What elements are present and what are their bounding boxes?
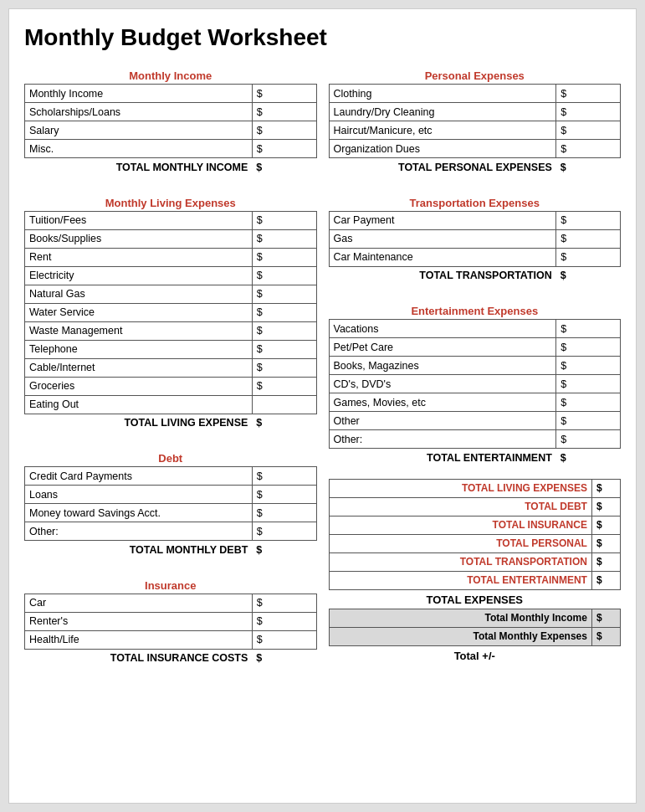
row-value: $	[252, 85, 316, 103]
row-label: Loans	[25, 486, 253, 504]
row-label: Car Maintenance	[329, 248, 556, 266]
row-label: Misc.	[25, 140, 253, 158]
summary-row-label: TOTAL ENTERTAINMENT	[329, 571, 591, 589]
table-row: Cable/Internet$	[25, 358, 317, 377]
row-value: $	[252, 594, 316, 612]
insurance-total-row: TOTAL INSURANCE COSTS $	[25, 649, 317, 667]
table-row: Natural Gas$	[25, 285, 317, 303]
table-row: Rent$	[25, 248, 317, 266]
summary-row-label: TOTAL DEBT	[329, 497, 591, 516]
summary-row-value: $	[591, 534, 620, 552]
row-value: $	[556, 393, 621, 412]
summary-row-label: TOTAL TRANSPORTATION	[329, 552, 591, 571]
row-label: Car	[25, 594, 253, 612]
row-value: $	[556, 412, 621, 430]
living-total-label: TOTAL LIVING EXPENSE	[25, 414, 253, 432]
table-row: Loans$	[25, 486, 317, 504]
summary-table: TOTAL LIVING EXPENSES$TOTAL DEBT$TOTAL I…	[329, 479, 622, 665]
table-row: Tuition/Fees$	[25, 211, 317, 229]
table-row: Waste Management$	[25, 321, 317, 340]
income-table: Monthly Income$Scholarships/Loans$Salary…	[24, 84, 317, 177]
left-column: Monthly Income Monthly Income$Scholarshi…	[24, 61, 317, 667]
summary-row-value: $	[591, 516, 620, 534]
table-row: Money toward Savings Acct.$	[25, 504, 317, 522]
row-label: Haircut/Manicure, etc	[329, 121, 556, 140]
living-table: Tuition/Fees$Books/Supplies$Rent$Electri…	[24, 211, 317, 433]
insurance-total-label: TOTAL INSURANCE COSTS	[25, 649, 253, 667]
row-value: $	[252, 630, 316, 649]
entertainment-section-title: Entertainment Expenses	[329, 305, 622, 317]
row-value: $	[556, 211, 621, 229]
personal-section-title: Personal Expenses	[329, 69, 622, 82]
row-value: $	[252, 303, 316, 321]
monthly-expenses-row: Total Monthly Expenses $	[329, 627, 621, 645]
row-label: Telephone	[25, 340, 253, 358]
table-row: Telephone$	[25, 340, 317, 358]
table-row: Gas$	[329, 229, 621, 248]
monthly-income-value: $	[591, 609, 620, 627]
table-row: Other:$	[25, 522, 317, 541]
summary-row-label: TOTAL LIVING EXPENSES	[329, 479, 591, 497]
summary-row-value: $	[591, 571, 620, 589]
table-row: Health/Life$	[25, 630, 317, 649]
table-row: Credit Card Payments$	[25, 467, 317, 486]
row-label: Natural Gas	[25, 285, 253, 303]
transportation-section-title: Transportation Expenses	[329, 197, 622, 209]
row-label: Tuition/Fees	[25, 211, 253, 229]
transportation-total-value: $	[556, 266, 621, 285]
table-row: Haircut/Manicure, etc$	[329, 121, 621, 140]
summary-row: TOTAL TRANSPORTATION$	[329, 552, 621, 571]
entertainment-total-row: TOTAL ENTERTAINMENT $	[329, 449, 621, 467]
transportation-total-label: TOTAL TRANSPORTATION	[329, 266, 556, 285]
personal-total-label: TOTAL PERSONAL EXPENSES	[329, 158, 556, 177]
row-value: $	[556, 248, 621, 266]
table-row: Renter's$	[25, 612, 317, 630]
entertainment-table: Vacations$Pet/Pet Care$Books, Magazines$…	[329, 319, 622, 467]
insurance-table: Car$Renter's$Health/Life$ TOTAL INSURANC…	[24, 594, 317, 668]
row-label: Books, Magazines	[329, 357, 556, 375]
row-label: Money toward Savings Acct.	[25, 504, 253, 522]
income-total-row: TOTAL MONTHLY INCOME $	[25, 158, 317, 177]
summary-row: TOTAL INSURANCE$	[329, 516, 621, 534]
living-total-value: $	[252, 414, 316, 432]
row-value: $	[252, 467, 316, 486]
row-label: Other:	[25, 522, 253, 541]
row-value: $	[252, 211, 316, 229]
row-value: $	[252, 266, 316, 285]
row-value: $	[252, 504, 316, 522]
row-label: Other:	[329, 430, 556, 449]
row-value: $	[252, 321, 316, 340]
row-label: Books/Supplies	[25, 229, 253, 248]
row-value: $	[556, 430, 621, 449]
row-value: $	[556, 375, 621, 393]
table-row: Car Payment$	[329, 211, 621, 229]
debt-total-value: $	[252, 541, 316, 559]
table-row: Car$	[25, 594, 317, 612]
row-value: $	[252, 121, 316, 140]
transportation-table: Car Payment$Gas$Car Maintenance$ TOTAL T…	[329, 211, 622, 285]
table-row: Clothing$	[329, 85, 621, 103]
row-label: Electricity	[25, 266, 253, 285]
table-row: Groceries$	[25, 377, 317, 395]
row-value: $	[556, 121, 621, 140]
row-value: $	[556, 229, 621, 248]
row-value: $	[252, 377, 316, 395]
table-row: Eating Out	[25, 395, 317, 414]
row-value: $	[556, 338, 621, 357]
row-label: Cable/Internet	[25, 358, 253, 377]
monthly-expenses-label: Total Monthly Expenses	[329, 627, 591, 645]
row-label: CD's, DVD's	[329, 375, 556, 393]
debt-table: Credit Card Payments$Loans$Money toward …	[24, 466, 317, 559]
table-row: Laundry/Dry Cleaning$	[329, 103, 621, 121]
table-row: Monthly Income$	[25, 85, 317, 103]
row-label: Organization Dues	[329, 140, 556, 158]
row-value: $	[556, 140, 621, 158]
row-label: Clothing	[329, 85, 556, 103]
row-value: $	[556, 357, 621, 375]
table-row: Car Maintenance$	[329, 248, 621, 266]
insurance-total-value: $	[252, 649, 316, 667]
summary-row: TOTAL PERSONAL$	[329, 534, 621, 552]
income-total-value: $	[252, 158, 316, 177]
debt-section-title: Debt	[24, 452, 317, 465]
insurance-section-title: Insurance	[24, 579, 317, 592]
